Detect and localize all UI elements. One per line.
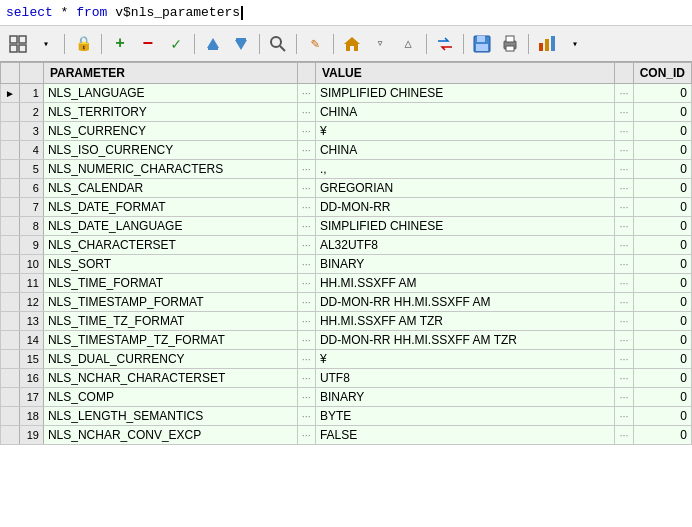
- sort-desc-icon[interactable]: [229, 32, 253, 56]
- value-cell: HH.MI.SSXFF AM TZR: [315, 312, 615, 331]
- dots-cell-2[interactable]: ···: [615, 426, 633, 445]
- chart-icon[interactable]: [535, 32, 559, 56]
- triangle-icon[interactable]: △: [396, 32, 420, 56]
- table-row[interactable]: 4NLS_ISO_CURRENCY···CHINA···0: [1, 141, 692, 160]
- dots-cell-2[interactable]: ···: [615, 407, 633, 426]
- dots-cell-2[interactable]: ···: [615, 312, 633, 331]
- chart-dropdown-btn[interactable]: ▾: [563, 32, 587, 56]
- dots-cell-1[interactable]: ···: [297, 331, 315, 350]
- dots-cell-1[interactable]: ···: [297, 350, 315, 369]
- dots-cell-1[interactable]: ···: [297, 217, 315, 236]
- table-row[interactable]: 18NLS_LENGTH_SEMANTICS···BYTE···0: [1, 407, 692, 426]
- con-id-cell: 0: [633, 198, 691, 217]
- dots-cell-2[interactable]: ···: [615, 160, 633, 179]
- dots-cell-1[interactable]: ···: [297, 312, 315, 331]
- table-row[interactable]: 17NLS_COMP···BINARY···0: [1, 388, 692, 407]
- svg-rect-1: [19, 36, 26, 43]
- dots-cell-1[interactable]: ···: [297, 407, 315, 426]
- table-row[interactable]: 7NLS_DATE_FORMAT···DD-MON-RR···0: [1, 198, 692, 217]
- save-icon[interactable]: [470, 32, 494, 56]
- dots-cell-2[interactable]: ···: [615, 179, 633, 198]
- lock-icon[interactable]: 🔒: [71, 32, 95, 56]
- table-row[interactable]: 12NLS_TIMESTAMP_FORMAT···DD-MON-RR HH.MI…: [1, 293, 692, 312]
- table-row[interactable]: 2NLS_TERRITORY···CHINA···0: [1, 103, 692, 122]
- dots-cell-2[interactable]: ···: [615, 274, 633, 293]
- col-conid-header[interactable]: CON_ID: [633, 63, 691, 84]
- dots-cell-1[interactable]: ···: [297, 274, 315, 293]
- filter-down-icon[interactable]: ▿: [368, 32, 392, 56]
- sql-editor[interactable]: select * from v$nls_parameters: [0, 0, 692, 26]
- sep5: [296, 34, 297, 54]
- table-row[interactable]: 5NLS_NUMERIC_CHARACTERS···.,···0: [1, 160, 692, 179]
- dots-cell-2[interactable]: ···: [615, 255, 633, 274]
- dots-cell-2[interactable]: ···: [615, 141, 633, 160]
- table-row[interactable]: 10NLS_SORT···BINARY···0: [1, 255, 692, 274]
- parameter-cell: NLS_DUAL_CURRENCY: [43, 350, 297, 369]
- table-row[interactable]: 6NLS_CALENDAR···GREGORIAN···0: [1, 179, 692, 198]
- dots-cell-1[interactable]: ···: [297, 369, 315, 388]
- grid-dropdown-btn[interactable]: ▾: [34, 32, 58, 56]
- dots-cell-1[interactable]: ···: [297, 141, 315, 160]
- svg-rect-17: [539, 43, 543, 51]
- svg-point-8: [271, 37, 281, 47]
- confirm-button[interactable]: ✓: [164, 32, 188, 56]
- dots-cell-2[interactable]: ···: [615, 122, 633, 141]
- svg-rect-3: [19, 45, 26, 52]
- row-arrow: [1, 350, 20, 369]
- row-number: 4: [19, 141, 43, 160]
- table-row[interactable]: 11NLS_TIME_FORMAT···HH.MI.SSXFF AM···0: [1, 274, 692, 293]
- col-value-header[interactable]: VALUE: [315, 63, 615, 84]
- dots-cell-2[interactable]: ···: [615, 293, 633, 312]
- dots-cell-1[interactable]: ···: [297, 179, 315, 198]
- dots-cell-2[interactable]: ···: [615, 217, 633, 236]
- dots-cell-1[interactable]: ···: [297, 103, 315, 122]
- exchange-icon[interactable]: [433, 32, 457, 56]
- dots-cell-2[interactable]: ···: [615, 236, 633, 255]
- row-arrow: [1, 255, 20, 274]
- dots-cell-2[interactable]: ···: [615, 84, 633, 103]
- table-row[interactable]: 19NLS_NCHAR_CONV_EXCP···FALSE···0: [1, 426, 692, 445]
- dots-cell-1[interactable]: ···: [297, 198, 315, 217]
- add-row-button[interactable]: +: [108, 32, 132, 56]
- table-row[interactable]: 14NLS_TIMESTAMP_TZ_FORMAT···DD-MON-RR HH…: [1, 331, 692, 350]
- table-row[interactable]: ►1NLS_LANGUAGE···SIMPLIFIED CHINESE···0: [1, 84, 692, 103]
- sep1: [64, 34, 65, 54]
- dots-cell-1[interactable]: ···: [297, 426, 315, 445]
- grid-icon[interactable]: [6, 32, 30, 56]
- dots-cell-1[interactable]: ···: [297, 160, 315, 179]
- dots-cell-1[interactable]: ···: [297, 255, 315, 274]
- print-icon[interactable]: [498, 32, 522, 56]
- sql-object: v$nls_parameters: [107, 5, 240, 20]
- dots-cell-2[interactable]: ···: [615, 331, 633, 350]
- table-row[interactable]: 15NLS_DUAL_CURRENCY···¥···0: [1, 350, 692, 369]
- value-cell: SIMPLIFIED CHINESE: [315, 217, 615, 236]
- dots-cell-1[interactable]: ···: [297, 293, 315, 312]
- dots-cell-2[interactable]: ···: [615, 350, 633, 369]
- table-header-row: PARAMETER VALUE CON_ID: [1, 63, 692, 84]
- parameter-cell: NLS_TIMESTAMP_FORMAT: [43, 293, 297, 312]
- value-cell: CHINA: [315, 141, 615, 160]
- row-arrow: [1, 141, 20, 160]
- remove-row-button[interactable]: −: [136, 32, 160, 56]
- search-icon[interactable]: [266, 32, 290, 56]
- dots-cell-2[interactable]: ···: [615, 198, 633, 217]
- pencil-icon[interactable]: ✎: [303, 32, 327, 56]
- dots-cell-2[interactable]: ···: [615, 388, 633, 407]
- home-icon[interactable]: [340, 32, 364, 56]
- table-row[interactable]: 13NLS_TIME_TZ_FORMAT···HH.MI.SSXFF AM TZ…: [1, 312, 692, 331]
- svg-marker-4: [207, 38, 219, 48]
- dots-cell-2[interactable]: ···: [615, 103, 633, 122]
- dots-cell-1[interactable]: ···: [297, 388, 315, 407]
- dots-cell-1[interactable]: ···: [297, 122, 315, 141]
- table-row[interactable]: 3NLS_CURRENCY···¥···0: [1, 122, 692, 141]
- col-parameter-header[interactable]: PARAMETER: [43, 63, 297, 84]
- dots-cell-1[interactable]: ···: [297, 236, 315, 255]
- row-arrow: [1, 179, 20, 198]
- dots-cell-2[interactable]: ···: [615, 369, 633, 388]
- table-row[interactable]: 9NLS_CHARACTERSET···AL32UTF8···0: [1, 236, 692, 255]
- table-row[interactable]: 8NLS_DATE_LANGUAGE···SIMPLIFIED CHINESE·…: [1, 217, 692, 236]
- row-number: 7: [19, 198, 43, 217]
- dots-cell-1[interactable]: ···: [297, 84, 315, 103]
- table-row[interactable]: 16NLS_NCHAR_CHARACTERSET···UTF8···0: [1, 369, 692, 388]
- sort-asc-icon[interactable]: [201, 32, 225, 56]
